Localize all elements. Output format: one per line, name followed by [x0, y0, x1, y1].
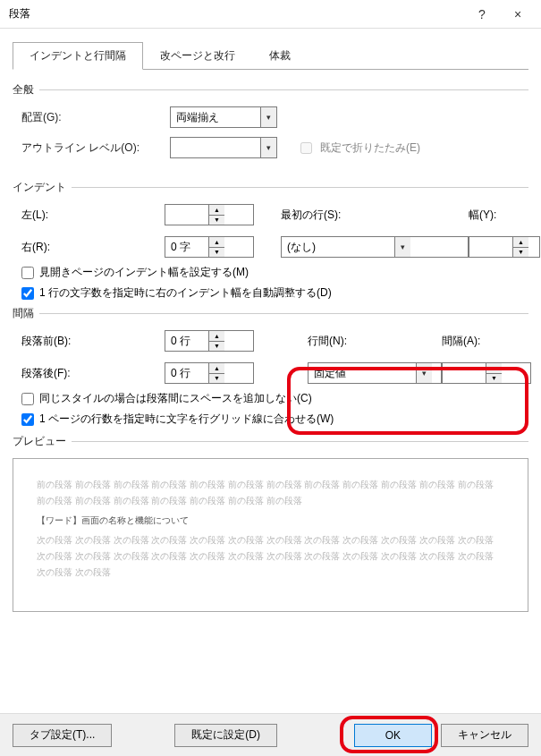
footer: タブ設定(T)... 既定に設定(D) OK キャンセル	[0, 713, 541, 756]
tab-typography[interactable]: 体裁	[252, 42, 308, 70]
spin-up-icon[interactable]: ▲	[209, 237, 224, 248]
spin-down-icon[interactable]: ▼	[209, 374, 224, 384]
help-button[interactable]: ?	[464, 2, 500, 27]
tab-strip: インデントと行間隔 改ページと改行 体裁	[13, 41, 528, 70]
ok-button[interactable]: OK	[354, 724, 432, 747]
snap-grid-checkbox[interactable]	[21, 413, 34, 426]
tab-page-break[interactable]: 改ページと改行	[143, 42, 252, 70]
indent-right-label: 右(R):	[21, 240, 165, 255]
cancel-button[interactable]: キャンセル	[441, 724, 528, 747]
indent-special-input[interactable]	[282, 237, 394, 257]
spin-down-icon[interactable]: ▼	[513, 248, 528, 258]
spin-down-icon[interactable]: ▼	[486, 374, 502, 384]
chevron-down-icon[interactable]: ▾	[260, 107, 276, 127]
spin-up-icon[interactable]: ▲	[209, 363, 224, 374]
spin-down-icon[interactable]: ▼	[209, 248, 224, 258]
group-spacing-label: 間隔	[13, 306, 528, 321]
indent-left-input[interactable]	[165, 205, 208, 225]
spacing-at-input[interactable]	[443, 363, 486, 383]
indent-right-input[interactable]	[165, 237, 208, 257]
indent-by-label: 幅(Y):	[469, 208, 540, 223]
auto-adjust-checkbox[interactable]	[21, 287, 34, 300]
spacing-before-label: 段落前(B):	[21, 334, 165, 349]
collapse-checkbox	[300, 142, 312, 154]
alignment-input[interactable]	[171, 107, 260, 127]
indent-special-combo[interactable]: ▾	[281, 236, 469, 258]
preview-after: 次の段落 次の段落 次の段落 次の段落 次の段落 次の段落 次の段落 次の段落 …	[37, 532, 504, 581]
alignment-label: 配置(G):	[21, 110, 165, 125]
spacing-at-spinner[interactable]: ▲▼	[442, 362, 531, 384]
indent-by-spinner[interactable]: ▲▼	[469, 236, 540, 258]
alignment-combo[interactable]: ▾	[170, 106, 277, 128]
group-preview-label: プレビュー	[13, 434, 528, 449]
indent-by-input[interactable]	[469, 237, 512, 257]
indent-left-label: 左(L):	[21, 208, 165, 223]
spin-up-icon[interactable]: ▲	[513, 237, 528, 248]
chevron-down-icon[interactable]: ▾	[260, 138, 276, 157]
indent-right-spinner[interactable]: ▲▼	[165, 236, 254, 258]
mirror-indent-checkbox[interactable]	[21, 267, 34, 279]
auto-adjust-label: 1 行の文字数を指定時に右のインデント幅を自動調整する(D)	[39, 285, 332, 301]
spin-up-icon[interactable]: ▲	[209, 205, 224, 216]
preview-before: 前の段落 前の段落 前の段落 前の段落 前の段落 前の段落 前の段落 前の段落 …	[37, 477, 504, 509]
set-default-button[interactable]: 既定に設定(D)	[174, 724, 277, 747]
linespacing-input[interactable]	[309, 363, 416, 383]
linespacing-label: 行間(N):	[308, 334, 442, 349]
titlebar: 段落 ? ×	[0, 0, 541, 29]
close-button[interactable]: ×	[500, 2, 536, 27]
outline-label: アウトライン レベル(O):	[21, 140, 165, 156]
spin-up-icon[interactable]: ▲	[486, 363, 502, 374]
indent-special-label: 最初の行(S):	[281, 208, 397, 223]
preview-box: 前の段落 前の段落 前の段落 前の段落 前の段落 前の段落 前の段落 前の段落 …	[13, 458, 528, 612]
group-general-label: 全般	[13, 82, 528, 98]
same-style-checkbox[interactable]	[21, 393, 34, 405]
spin-up-icon[interactable]: ▲	[209, 331, 224, 342]
tabs-button[interactable]: タブ設定(T)...	[13, 724, 112, 747]
spacing-at-label: 間隔(A):	[442, 334, 531, 349]
spacing-before-spinner[interactable]: ▲▼	[165, 330, 254, 352]
tab-indent-spacing[interactable]: インデントと行間隔	[13, 42, 143, 70]
snap-grid-label: 1 ページの行数を指定時に文字を行グリッド線に合わせる(W)	[39, 412, 334, 427]
mirror-indent-label: 見開きページのインデント幅を設定する(M)	[39, 265, 249, 280]
window-title: 段落	[9, 6, 464, 21]
outline-input[interactable]	[171, 138, 260, 157]
indent-left-spinner[interactable]: ▲▼	[165, 204, 254, 225]
spacing-after-spinner[interactable]: ▲▼	[165, 362, 254, 384]
chevron-down-icon[interactable]: ▾	[416, 363, 432, 383]
chevron-down-icon[interactable]: ▾	[394, 237, 410, 257]
spin-down-icon[interactable]: ▼	[209, 216, 224, 225]
spacing-after-label: 段落後(F):	[21, 366, 165, 381]
same-style-label: 同じスタイルの場合は段落間にスペースを追加しない(C)	[39, 391, 312, 406]
linespacing-combo[interactable]: ▾	[308, 362, 442, 384]
spacing-after-input[interactable]	[165, 363, 208, 383]
spacing-before-input[interactable]	[165, 331, 208, 351]
outline-combo[interactable]: ▾	[170, 137, 277, 158]
collapse-label: 既定で折りたたみ(E)	[320, 140, 420, 156]
group-indent-label: インデント	[13, 180, 528, 195]
preview-content: 【ワード】画面の名称と機能について	[37, 514, 504, 527]
spin-down-icon[interactable]: ▼	[209, 342, 224, 352]
